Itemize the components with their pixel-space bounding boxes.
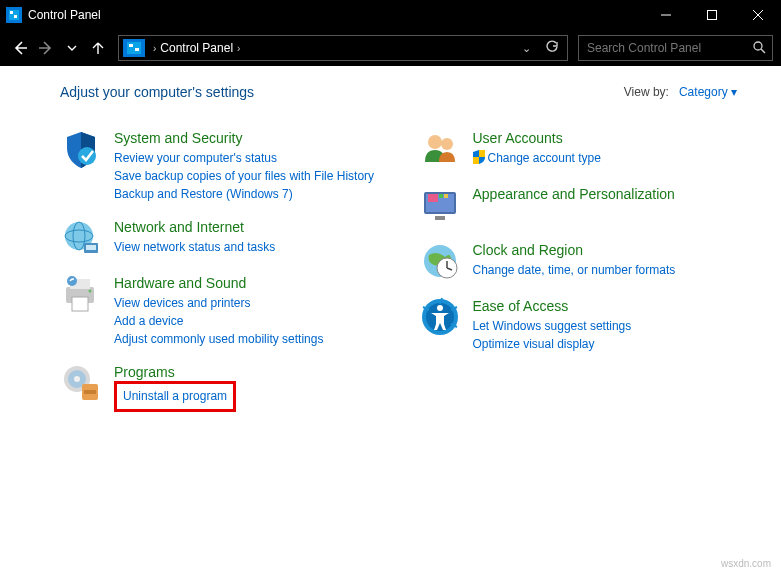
- uac-shield-icon: [473, 150, 485, 164]
- link-change-account-type[interactable]: Change account type: [473, 149, 601, 167]
- svg-point-25: [74, 376, 80, 382]
- svg-point-29: [441, 138, 453, 150]
- view-by-label: View by:: [624, 85, 669, 99]
- address-bar[interactable]: › Control Panel › ⌄: [118, 35, 568, 61]
- user-accounts-icon[interactable]: [419, 128, 461, 170]
- address-icon: [123, 39, 145, 57]
- titlebar-left: Control Panel: [0, 7, 101, 23]
- up-button[interactable]: [86, 36, 110, 60]
- control-panel-icon: [6, 7, 22, 23]
- window-controls: [643, 0, 781, 30]
- svg-point-44: [437, 305, 443, 311]
- svg-rect-36: [444, 194, 448, 198]
- titlebar: Control Panel: [0, 0, 781, 30]
- highlight-annotation: Uninstall a program: [114, 381, 236, 412]
- search-icon[interactable]: [752, 40, 766, 57]
- svg-rect-34: [428, 194, 438, 202]
- forward-button[interactable]: [34, 36, 58, 60]
- minimize-button[interactable]: [643, 0, 689, 30]
- chevron-right-icon[interactable]: ›: [233, 43, 244, 54]
- watermark: wsxdn.com: [721, 558, 771, 569]
- address-dropdown-button[interactable]: ⌄: [517, 42, 535, 55]
- chevron-right-icon[interactable]: ›: [149, 43, 160, 54]
- link-file-history[interactable]: Save backup copies of your files with Fi…: [114, 167, 374, 185]
- link-suggest-settings[interactable]: Let Windows suggest settings: [473, 317, 632, 335]
- breadcrumb[interactable]: Control Panel: [160, 41, 233, 55]
- svg-point-22: [67, 276, 77, 286]
- svg-point-12: [78, 147, 96, 165]
- category-title[interactable]: User Accounts: [473, 130, 601, 146]
- svg-rect-2: [14, 15, 17, 18]
- category-hardware: Hardware and Sound View devices and prin…: [60, 273, 399, 348]
- printer-icon[interactable]: [60, 273, 102, 315]
- link-network-status[interactable]: View network status and tasks: [114, 238, 275, 256]
- maximize-button[interactable]: [689, 0, 735, 30]
- shield-icon[interactable]: [60, 128, 102, 170]
- category-title[interactable]: Network and Internet: [114, 219, 275, 235]
- category-ease-of-access: Ease of Access Let Windows suggest setti…: [419, 296, 758, 353]
- svg-rect-8: [129, 44, 133, 47]
- svg-rect-1: [10, 11, 13, 14]
- navbar: › Control Panel › ⌄: [0, 30, 781, 66]
- category-clock-region: Clock and Region Change date, time, or n…: [419, 240, 758, 282]
- link-backup-restore[interactable]: Backup and Restore (Windows 7): [114, 185, 374, 203]
- svg-rect-20: [72, 297, 88, 311]
- header-row: Adjust your computer's settings View by:…: [60, 84, 757, 100]
- link-devices-printers[interactable]: View devices and printers: [114, 294, 323, 312]
- content-area: Adjust your computer's settings View by:…: [0, 66, 781, 444]
- link-add-device[interactable]: Add a device: [114, 312, 323, 330]
- category-title[interactable]: Ease of Access: [473, 298, 632, 314]
- category-network: Network and Internet View network status…: [60, 217, 399, 259]
- svg-line-11: [761, 49, 765, 53]
- monitor-icon[interactable]: [419, 184, 461, 226]
- category-title[interactable]: Hardware and Sound: [114, 275, 323, 291]
- svg-rect-4: [708, 11, 717, 20]
- link-date-time-formats[interactable]: Change date, time, or number formats: [473, 261, 676, 279]
- link-review-status[interactable]: Review your computer's status: [114, 149, 374, 167]
- category-appearance: Appearance and Personalization: [419, 184, 758, 226]
- search-input[interactable]: [585, 40, 752, 56]
- right-column: User Accounts Change account type: [419, 128, 758, 426]
- left-column: System and Security Review your computer…: [60, 128, 399, 426]
- svg-rect-31: [473, 157, 479, 164]
- page-title: Adjust your computer's settings: [60, 84, 254, 100]
- link-mobility-settings[interactable]: Adjust commonly used mobility settings: [114, 330, 323, 348]
- view-by-value[interactable]: Category ▾: [679, 85, 737, 99]
- link-uninstall-program[interactable]: Uninstall a program: [123, 389, 227, 403]
- svg-rect-9: [135, 48, 139, 51]
- svg-rect-35: [439, 194, 443, 198]
- svg-point-28: [428, 135, 442, 149]
- svg-point-21: [89, 290, 92, 293]
- recent-locations-button[interactable]: [60, 36, 84, 60]
- svg-rect-37: [435, 216, 445, 220]
- svg-rect-27: [84, 390, 96, 394]
- view-by-selector[interactable]: View by: Category ▾: [624, 85, 737, 99]
- link-optimize-visual[interactable]: Optimize visual display: [473, 335, 632, 353]
- category-title[interactable]: Clock and Region: [473, 242, 676, 258]
- category-columns: System and Security Review your computer…: [60, 128, 757, 426]
- globe-network-icon[interactable]: [60, 217, 102, 259]
- category-system-security: System and Security Review your computer…: [60, 128, 399, 203]
- svg-rect-30: [479, 150, 485, 157]
- category-programs: Programs Uninstall a program: [60, 362, 399, 412]
- window-title: Control Panel: [28, 8, 101, 22]
- programs-icon[interactable]: [60, 362, 102, 404]
- svg-point-10: [754, 42, 762, 50]
- back-button[interactable]: [8, 36, 32, 60]
- refresh-button[interactable]: [543, 40, 561, 56]
- svg-rect-17: [86, 245, 96, 250]
- search-box[interactable]: [578, 35, 773, 61]
- category-title[interactable]: System and Security: [114, 130, 374, 146]
- category-title[interactable]: Programs: [114, 364, 236, 380]
- category-title[interactable]: Appearance and Personalization: [473, 186, 675, 202]
- close-button[interactable]: [735, 0, 781, 30]
- ease-of-access-icon[interactable]: [419, 296, 461, 338]
- clock-globe-icon[interactable]: [419, 240, 461, 282]
- category-user-accounts: User Accounts Change account type: [419, 128, 758, 170]
